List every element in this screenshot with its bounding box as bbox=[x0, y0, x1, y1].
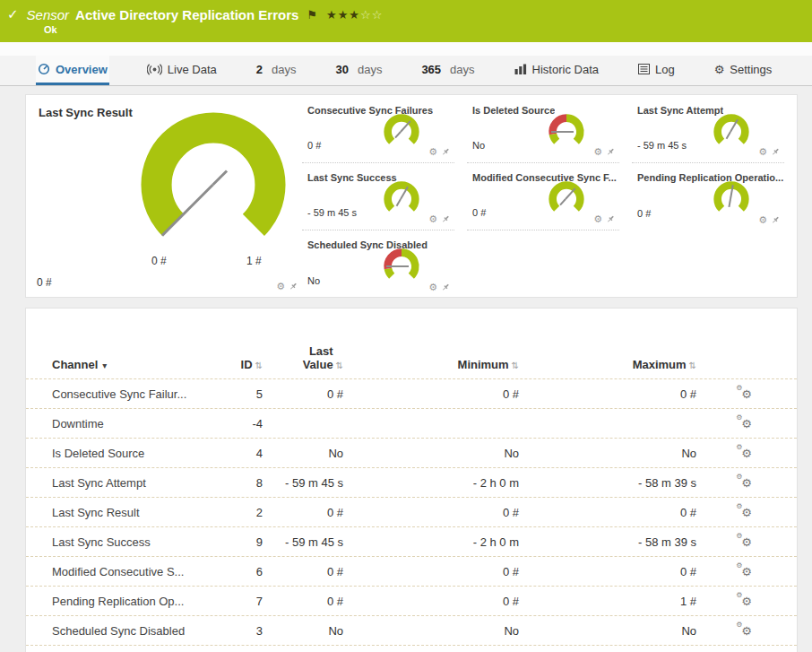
channel-settings-gear-icon[interactable]: ⚙⚙ bbox=[741, 565, 752, 578]
cell-minimum: 0 # bbox=[343, 565, 519, 578]
table-row: Last Sync Attempt 8 - 59 m 45 s - 2 h 0 … bbox=[26, 468, 797, 498]
column-header-maximum[interactable]: Maximum⇅ bbox=[519, 358, 696, 371]
gauge-settings-gear-icon[interactable]: ⚙ bbox=[428, 213, 437, 225]
pin-icon[interactable] bbox=[441, 214, 450, 224]
gauge-cell: Scheduled Sync Disabled No ⚙ bbox=[302, 230, 454, 298]
tab-log[interactable]: Log bbox=[636, 56, 677, 85]
tab-historic-data-label: Historic Data bbox=[532, 63, 599, 76]
gauge-value: No bbox=[307, 275, 320, 286]
gauge-settings-gear-icon[interactable]: ⚙ bbox=[428, 146, 437, 158]
gauge-settings-gear-icon[interactable]: ⚙ bbox=[758, 214, 767, 226]
cell-actions: ⚙⚙ bbox=[696, 417, 797, 430]
gauge-value: - 59 m 45 s bbox=[637, 140, 687, 151]
gauge-cell: Consecutive Sync Failures 0 # ⚙ bbox=[302, 96, 454, 163]
gauge-dial bbox=[546, 109, 587, 151]
pin-icon[interactable] bbox=[441, 283, 450, 292]
cell-channel: Consecutive Sync Failur... bbox=[52, 387, 204, 401]
column-header-minimum[interactable]: Minimum⇅ bbox=[343, 358, 519, 371]
channel-settings-gear-icon[interactable]: ⚙⚙ bbox=[741, 595, 752, 608]
gauges-panel: Last Sync Result 0 # 1 # 0 # ⚙ bbox=[25, 94, 798, 298]
channel-settings-gear-icon[interactable]: ⚙⚙ bbox=[741, 506, 752, 519]
main-gauge-actions: ⚙ bbox=[276, 281, 298, 292]
tab-overview-label: Overview bbox=[56, 63, 108, 76]
column-header-maximum-label: Maximum bbox=[633, 358, 687, 371]
tab-settings[interactable]: ⚙ Settings bbox=[713, 56, 774, 85]
gauge-settings-gear-icon[interactable]: ⚙ bbox=[276, 281, 285, 292]
sensor-title: Active Directory Replication Errors bbox=[75, 7, 298, 22]
pin-icon[interactable] bbox=[441, 147, 450, 157]
table-row: Last Sync Success 9 - 59 m 45 s - 2 h 0 … bbox=[26, 527, 797, 557]
cell-maximum: - 58 m 39 s bbox=[519, 476, 696, 490]
cell-last-value: 0 # bbox=[263, 387, 343, 401]
live-data-icon bbox=[147, 64, 162, 75]
header-gap bbox=[0, 42, 812, 56]
channel-settings-gear-icon[interactable]: ⚙⚙ bbox=[741, 387, 752, 401]
gauge-dial bbox=[381, 177, 422, 218]
pin-icon[interactable] bbox=[606, 214, 615, 224]
channel-settings-gear-icon[interactable]: ⚙⚙ bbox=[741, 535, 752, 549]
cell-maximum: 1 # bbox=[519, 595, 696, 608]
gauge-actions: ⚙ bbox=[593, 213, 615, 225]
tab-2-days-label: days bbox=[272, 63, 296, 76]
cell-channel: Scheduled Sync Disabled bbox=[52, 624, 204, 638]
priority-stars[interactable]: ★★★☆☆ bbox=[326, 8, 383, 22]
tab-historic-data[interactable]: Historic Data bbox=[513, 56, 600, 85]
gauge-settings-gear-icon[interactable]: ⚙ bbox=[593, 146, 602, 158]
cell-channel: Last Sync Attempt bbox=[52, 476, 204, 490]
cell-maximum: No bbox=[519, 447, 696, 460]
channel-settings-gear-icon[interactable]: ⚙⚙ bbox=[741, 624, 752, 638]
column-header-channel[interactable]: Channel▾ bbox=[52, 358, 204, 371]
channel-settings-gear-icon[interactable]: ⚙⚙ bbox=[741, 447, 752, 460]
cell-last-value: - 59 m 45 s bbox=[263, 535, 343, 549]
cell-actions: ⚙⚙ bbox=[696, 624, 797, 638]
pin-icon[interactable] bbox=[606, 147, 615, 157]
overview-gauge-icon bbox=[38, 63, 50, 75]
gauge-settings-gear-icon[interactable]: ⚙ bbox=[428, 282, 437, 293]
column-header-id[interactable]: ID⇅ bbox=[204, 358, 263, 371]
priority-flag-icon[interactable]: ⚑ bbox=[307, 8, 317, 22]
cell-channel: Pending Replication Op... bbox=[52, 595, 204, 608]
sensor-status-text: Ok bbox=[44, 24, 57, 35]
main-gauge-title: Last Sync Result bbox=[39, 106, 133, 119]
gauge-settings-gear-icon[interactable]: ⚙ bbox=[593, 213, 602, 225]
tab-overview[interactable]: Overview bbox=[36, 56, 109, 85]
main-gauge-scale-max: 1 # bbox=[246, 255, 262, 267]
channel-settings-gear-icon[interactable]: ⚙⚙ bbox=[741, 417, 752, 430]
gauge-cell: Modified Consecutive Sync F... 0 # ⚙ bbox=[467, 163, 619, 230]
tab-live-data[interactable]: Live Data bbox=[145, 56, 219, 85]
main-gauge-scale-min: 0 # bbox=[151, 255, 167, 267]
column-header-last-value[interactable]: Last Value⇅ bbox=[263, 344, 343, 371]
pin-icon[interactable] bbox=[289, 282, 298, 291]
pin-icon[interactable] bbox=[771, 215, 780, 225]
cell-channel: Is Deleted Source bbox=[52, 447, 204, 460]
cell-id: 5 bbox=[204, 387, 263, 401]
stars-empty[interactable]: ☆☆ bbox=[360, 8, 383, 22]
tab-30-days[interactable]: 30 days bbox=[333, 56, 384, 85]
cell-actions: ⚙⚙ bbox=[696, 535, 797, 549]
cell-id: 2 bbox=[204, 506, 263, 519]
tab-365-days[interactable]: 365 days bbox=[419, 56, 476, 85]
cell-last-value: No bbox=[263, 447, 343, 460]
gauge-needle bbox=[551, 131, 566, 133]
stars-filled[interactable]: ★★★ bbox=[326, 8, 360, 22]
cell-maximum: 0 # bbox=[519, 565, 696, 578]
sensor-header: ✓ Sensor Active Directory Replication Er… bbox=[0, 0, 812, 42]
column-header-minimum-label: Minimum bbox=[458, 358, 509, 371]
cell-id: 7 bbox=[204, 595, 263, 608]
gauge-value: - 59 m 45 s bbox=[307, 207, 357, 218]
cell-minimum: No bbox=[343, 447, 519, 460]
pin-icon[interactable] bbox=[771, 147, 780, 157]
gauge-value: 0 # bbox=[637, 208, 651, 219]
sort-icon: ⇅ bbox=[255, 361, 263, 370]
sort-icon: ⇅ bbox=[512, 361, 519, 370]
gauge-title: Is Deleted Source bbox=[472, 105, 555, 116]
gauge-actions: ⚙ bbox=[758, 146, 780, 158]
tab-2-days[interactable]: 2 days bbox=[255, 56, 298, 85]
column-header-id-label: ID bbox=[241, 358, 253, 371]
gauge-settings-gear-icon[interactable]: ⚙ bbox=[758, 146, 767, 158]
page-content: Last Sync Result 0 # 1 # 0 # ⚙ bbox=[0, 86, 812, 652]
table-row: Downtime -4 ⚙⚙ bbox=[26, 409, 797, 439]
gauge-actions: ⚙ bbox=[428, 146, 450, 158]
gauge-actions: ⚙ bbox=[593, 146, 615, 158]
channel-settings-gear-icon[interactable]: ⚙⚙ bbox=[741, 476, 752, 490]
